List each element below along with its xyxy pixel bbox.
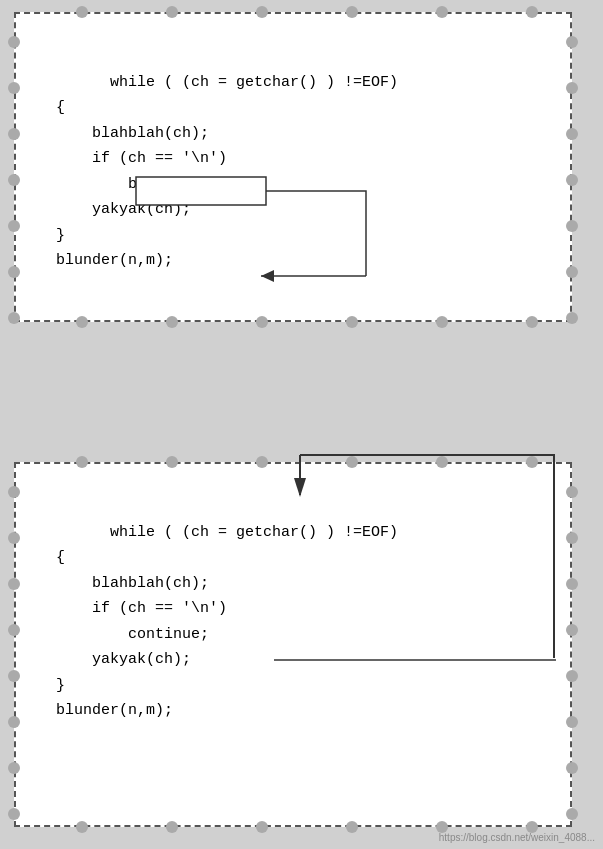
page: while ( (ch = getchar() ) !=EOF) { blahb… [0,0,603,849]
bottom-line-2: { [56,549,65,566]
bottom-line-4: if (ch == '\n') [56,600,227,617]
top-line-8: blunder(n,m); [56,252,173,269]
dot [8,128,20,140]
dot [566,174,578,186]
dot [346,316,358,328]
bottom-line-8: blunder(n,m); [56,702,173,719]
dot [436,6,448,18]
dot [76,456,88,468]
dot [566,532,578,544]
bottom-code-content: while ( (ch = getchar() ) !=EOF) { blahb… [56,494,398,749]
dot [8,486,20,498]
dot [566,312,578,324]
dot [346,821,358,833]
dot [256,456,268,468]
dot [256,316,268,328]
dot [566,486,578,498]
dot [566,128,578,140]
bottom-line-3: blahblah(ch); [56,575,209,592]
top-line-5: break; [56,176,182,193]
bottom-line-1: while ( (ch = getchar() ) !=EOF) [110,524,398,541]
dot [346,6,358,18]
dot [8,36,20,48]
top-line-3: blahblah(ch); [56,125,209,142]
bottom-line-6: yakyak(ch); [56,651,191,668]
dot [566,578,578,590]
dot [76,6,88,18]
dot [436,456,448,468]
dot [256,821,268,833]
top-line-1: while ( (ch = getchar() ) !=EOF) [110,74,398,91]
top-line-6: yakyak(ch); [56,201,191,218]
bottom-code-panel: while ( (ch = getchar() ) !=EOF) { blahb… [14,462,572,827]
dot [166,6,178,18]
dot [566,36,578,48]
dot [8,808,20,820]
dot [566,82,578,94]
dot [8,578,20,590]
dot [8,532,20,544]
dot [566,670,578,682]
dot [566,762,578,774]
dot [8,670,20,682]
dot [256,6,268,18]
dot [436,316,448,328]
dot [566,220,578,232]
dot [166,316,178,328]
dot [346,456,358,468]
top-code-content: while ( (ch = getchar() ) !=EOF) { blahb… [56,44,398,299]
dot [526,456,538,468]
dot [8,220,20,232]
dot [8,82,20,94]
dot [76,821,88,833]
watermark: https://blog.csdn.net/weixin_4088... [439,832,595,843]
bottom-line-7: } [56,677,65,694]
dot [8,174,20,186]
dot [566,266,578,278]
top-line-4: if (ch == '\n') [56,150,227,167]
dot [566,624,578,636]
dot [526,316,538,328]
dot [526,6,538,18]
dot [566,808,578,820]
dot [8,624,20,636]
dot [166,456,178,468]
top-code-panel: while ( (ch = getchar() ) !=EOF) { blahb… [14,12,572,322]
dot [8,716,20,728]
dot [76,316,88,328]
dot [8,762,20,774]
dot [8,312,20,324]
dot [566,716,578,728]
dot [8,266,20,278]
dot [166,821,178,833]
bottom-line-5: continue; [56,626,209,643]
top-line-2: { [56,99,65,116]
top-line-7: } [56,227,65,244]
